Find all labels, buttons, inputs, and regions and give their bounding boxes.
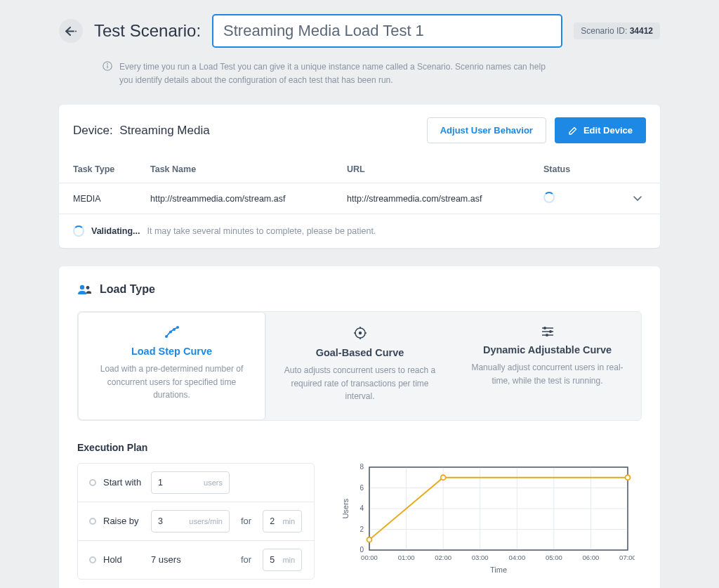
page-title: Test Scenario: <box>94 21 201 41</box>
tab-goal-based-curve[interactable]: Goal-Based Curve Auto adjusts concurrent… <box>266 312 454 420</box>
scenario-id-badge: Scenario ID: 34412 <box>574 22 660 39</box>
info-icon <box>103 61 112 86</box>
validating-spinner-icon <box>73 226 84 237</box>
svg-text:01:00: 01:00 <box>398 554 415 561</box>
svg-point-43 <box>367 537 372 542</box>
tab-dynamic-curve[interactable]: Dynamic Adjustable Curve Manually adjust… <box>454 312 641 420</box>
task-table: Task Type Task Name URL Status MEDIA htt… <box>59 156 660 214</box>
svg-text:Users: Users <box>341 498 350 518</box>
svg-text:8: 8 <box>360 463 364 471</box>
svg-point-44 <box>441 475 446 480</box>
svg-point-12 <box>543 327 546 329</box>
svg-text:Time: Time <box>490 566 507 574</box>
plan-row-start: Start with 1users <box>78 464 314 502</box>
plan-row-hold: Hold 7 users for 5min <box>78 541 314 579</box>
svg-text:00:00: 00:00 <box>361 554 378 561</box>
svg-text:07:00: 07:00 <box>619 554 635 561</box>
execution-plan-box: Start with 1users Raise by 3users/min f <box>77 463 315 580</box>
scenario-name-input[interactable] <box>212 14 562 48</box>
svg-text:2: 2 <box>360 525 364 533</box>
svg-text:6: 6 <box>360 483 364 491</box>
svg-point-11 <box>358 332 361 334</box>
load-type-title: Load Type <box>100 283 155 296</box>
svg-point-45 <box>626 475 631 480</box>
col-url: URL <box>333 156 529 183</box>
plan-row-raise: Raise by 3users/min for 2min <box>78 502 314 541</box>
device-heading: Device: Streaming Media <box>73 124 210 138</box>
svg-point-14 <box>546 334 548 337</box>
device-card: Device: Streaming Media Adjust User Beha… <box>59 105 660 248</box>
svg-point-4 <box>80 285 84 289</box>
svg-rect-3 <box>107 65 107 68</box>
svg-text:06:00: 06:00 <box>583 554 600 561</box>
hold-duration-input[interactable]: 5min <box>263 549 302 571</box>
sliders-icon <box>541 326 555 337</box>
col-status: Status <box>529 156 619 183</box>
validating-banner: Validating... It may take several minute… <box>59 214 660 248</box>
back-button[interactable] <box>59 19 83 43</box>
svg-text:03:00: 03:00 <box>472 554 489 561</box>
pencil-icon <box>568 126 578 136</box>
edit-device-button[interactable]: Edit Device <box>555 117 646 143</box>
svg-point-5 <box>86 286 90 289</box>
svg-text:4: 4 <box>360 504 364 512</box>
svg-text:04:00: 04:00 <box>508 554 525 561</box>
load-type-card: Load Type Load Step Curve Load with a pr… <box>59 266 660 588</box>
execution-plan-chart: 0246800:0001:0002:0003:0004:0005:0006:00… <box>340 463 635 575</box>
execution-plan-title: Execution Plan <box>77 442 642 453</box>
svg-point-13 <box>549 330 552 333</box>
step-curve-icon <box>165 326 179 339</box>
adjust-user-behavior-button[interactable]: Adjust User Behavior <box>427 117 546 143</box>
load-type-tabs: Load Step Curve Load with a pre-determin… <box>77 311 642 421</box>
svg-text:0: 0 <box>360 546 364 554</box>
col-task-name: Task Name <box>136 156 333 183</box>
status-spinner-icon <box>543 192 555 203</box>
back-arrow-icon <box>65 27 77 36</box>
users-icon <box>77 284 91 295</box>
chevron-down-icon <box>633 196 642 202</box>
svg-point-2 <box>107 63 108 65</box>
help-text: Every time you run a Load Test you can g… <box>119 60 552 86</box>
col-task-type: Task Type <box>59 156 136 183</box>
svg-point-6 <box>165 335 168 338</box>
raise-duration-input[interactable]: 2min <box>263 510 302 533</box>
svg-text:05:00: 05:00 <box>546 554 562 561</box>
table-row[interactable]: MEDIA http://streammedia.com/stream.asf … <box>59 183 660 214</box>
start-users-input[interactable]: 1users <box>151 471 230 494</box>
expand-row-toggle[interactable] <box>619 183 660 214</box>
svg-point-9 <box>176 326 179 329</box>
tab-load-step-curve[interactable]: Load Step Curve Load with a pre-determin… <box>78 312 266 420</box>
svg-point-0 <box>75 30 77 32</box>
svg-text:02:00: 02:00 <box>435 554 451 561</box>
raise-rate-input[interactable]: 3users/min <box>151 510 230 533</box>
target-icon <box>353 326 367 340</box>
svg-point-8 <box>173 328 176 331</box>
svg-point-7 <box>169 331 172 334</box>
